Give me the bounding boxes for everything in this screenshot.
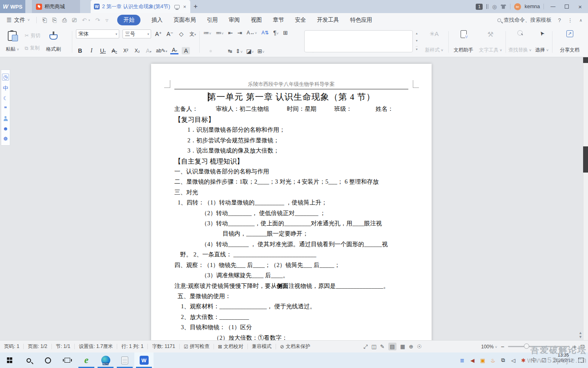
more-menu-icon[interactable]: ⋮ bbox=[568, 17, 573, 23]
layers-tray-icon[interactable]: ≣ bbox=[458, 357, 467, 364]
browser-360-button[interactable]: e bbox=[77, 352, 96, 368]
zoom-out-button[interactable]: − bbox=[501, 343, 505, 350]
menu-tab-页面布局[interactable]: 页面布局 bbox=[174, 16, 196, 24]
shading-button[interactable]: ◪˅ bbox=[246, 48, 254, 54]
decrease-indent-icon[interactable]: ⇤ bbox=[228, 29, 233, 36]
feedback-smiley-icon[interactable]: ☻ bbox=[3, 126, 9, 131]
fullscreen-view-icon[interactable]: ⤢ bbox=[363, 343, 368, 350]
new-style-button[interactable]: ✳A 新样式 ˅ bbox=[422, 30, 446, 54]
menu-tab-引用[interactable]: 引用 bbox=[207, 16, 218, 24]
member-center-icon[interactable]: ◎ bbox=[492, 4, 497, 10]
ime-zh-icon[interactable]: 中 bbox=[3, 85, 8, 91]
font-color-button[interactable]: A▾ bbox=[170, 47, 178, 54]
zoom-level[interactable]: 100% ˅ bbox=[481, 344, 497, 350]
wps-optimize-icon[interactable]: ◷ bbox=[2, 74, 9, 81]
doc-assistant-button[interactable]: 文档助手 bbox=[451, 30, 476, 54]
justify-button[interactable] bbox=[222, 50, 224, 52]
contact-person-icon[interactable] bbox=[3, 116, 8, 121]
align-center-button[interactable] bbox=[209, 50, 212, 52]
redo-icon[interactable]: ↷ bbox=[95, 17, 100, 23]
outline-view-icon[interactable]: ▦ bbox=[400, 343, 405, 350]
help-button[interactable]: ? bbox=[558, 17, 561, 23]
zoom-slider-thumb[interactable] bbox=[524, 343, 529, 349]
user-avatar[interactable]: ke bbox=[514, 3, 521, 10]
format-painter-button[interactable]: 格式刷 bbox=[45, 29, 62, 54]
menu-tab-开发工具[interactable]: 开发工具 bbox=[317, 16, 339, 24]
align-left-button[interactable] bbox=[203, 50, 206, 52]
minimize-button[interactable]: — bbox=[548, 4, 558, 9]
zoom-slider[interactable] bbox=[508, 346, 569, 347]
menu-tab-开始[interactable]: 开始 bbox=[117, 15, 140, 25]
numbering-icon[interactable]: ≕˅ bbox=[216, 29, 223, 36]
cortana-button[interactable] bbox=[38, 352, 58, 368]
print-preview-icon[interactable]: ⎚ bbox=[72, 17, 76, 24]
web-layout-icon[interactable]: ⊕ bbox=[409, 343, 413, 350]
menu-tab-审阅[interactable]: 审阅 bbox=[229, 16, 240, 24]
wps-taskbar-button[interactable]: W bbox=[134, 352, 154, 368]
scrollbar-up-button[interactable] bbox=[583, 57, 588, 63]
borders-button[interactable]: ⊞˅ bbox=[258, 48, 265, 54]
subscript-button[interactable]: X₂ bbox=[133, 48, 141, 54]
select-button[interactable]: ➤ 选择 ˅ bbox=[533, 30, 550, 54]
grow-font-button[interactable]: A⁺ bbox=[154, 31, 163, 37]
action-center-icon[interactable] bbox=[578, 358, 584, 363]
spark-tray-icon[interactable]: ✱ bbox=[519, 357, 528, 364]
fit-page-icon[interactable]: ⊡ bbox=[580, 343, 585, 350]
paragraph-mark-icon[interactable]: ¶˅ bbox=[273, 29, 278, 36]
message-count-badge[interactable]: 1 bbox=[476, 4, 483, 10]
increase-indent-icon[interactable]: ⇥ bbox=[237, 29, 242, 36]
edge-beta-button[interactable] bbox=[96, 352, 115, 368]
tab-docer-store[interactable]: 稻壳商城 bbox=[32, 0, 80, 13]
status-item-9[interactable]: 兼容模式 bbox=[252, 343, 272, 350]
superscript-button[interactable]: X² bbox=[122, 48, 130, 54]
underline-button[interactable]: U▾ bbox=[99, 47, 107, 54]
sync-check-icon[interactable]: ☑ bbox=[539, 357, 548, 364]
collapse-ribbon-icon[interactable]: ∧ bbox=[579, 18, 582, 22]
strikethrough-button[interactable]: A▾ bbox=[110, 47, 118, 54]
customize-quickbar-icon[interactable]: ▿ bbox=[105, 17, 108, 23]
undo-icon-dropdown[interactable]: ▾ bbox=[88, 18, 90, 22]
font-size-select[interactable]: 三号▾ bbox=[122, 29, 151, 38]
char-shading-button[interactable]: A bbox=[182, 47, 190, 54]
skin-theme-icon[interactable] bbox=[501, 4, 506, 9]
presentation-monitor-icon[interactable] bbox=[174, 5, 180, 9]
align-right-button[interactable] bbox=[216, 50, 218, 52]
line-spacing-button[interactable]: ⇕˅ bbox=[236, 48, 243, 54]
taskbar-search-button[interactable] bbox=[19, 352, 38, 368]
vertical-scrollbar[interactable] bbox=[583, 57, 588, 340]
print-icon[interactable]: ⎙ bbox=[62, 17, 67, 24]
font-name-select[interactable]: 宋体▾ bbox=[76, 29, 119, 38]
clear-format-icon[interactable]: ◇ bbox=[177, 31, 185, 37]
bullets-icon[interactable]: ≔˅ bbox=[203, 29, 211, 36]
read-layout-icon[interactable]: ◫ bbox=[371, 343, 376, 350]
status-item-10[interactable]: ⊘文档未保护 bbox=[280, 343, 310, 350]
styles-scroll-up-icon[interactable]: ▴ bbox=[416, 31, 417, 35]
previous-page-icon[interactable]: ▲ bbox=[579, 331, 582, 334]
audio-manager-icon[interactable]: ◀ bbox=[468, 357, 477, 364]
menu-tab-章节[interactable]: 章节 bbox=[273, 16, 284, 24]
sort-icon[interactable]: A⇅ bbox=[261, 30, 269, 36]
shrink-font-button[interactable]: A⁻ bbox=[166, 31, 174, 37]
status-item-5[interactable]: 行: 1 列: 1 bbox=[121, 343, 143, 350]
notepad-button[interactable] bbox=[115, 352, 134, 368]
bold-button[interactable]: B bbox=[76, 47, 84, 54]
paste-button[interactable]: 粘贴 ˅ bbox=[5, 29, 20, 54]
copy-button[interactable]: ⧉复制 bbox=[25, 45, 40, 52]
text-tools-button[interactable]: ⚒ 文字工具 ˅ bbox=[478, 30, 503, 54]
save-icon[interactable]: ⎗ bbox=[42, 17, 47, 24]
firewall-tray-icon[interactable]: ♨ bbox=[488, 357, 497, 364]
text-effects-button[interactable]: A▾ bbox=[145, 47, 153, 54]
undo-icon[interactable]: ↶ bbox=[82, 17, 87, 23]
menu-tab-特色应用[interactable]: 特色应用 bbox=[350, 16, 372, 24]
quote-icon[interactable]: ❞ bbox=[4, 106, 7, 111]
volume-icon[interactable]: ◁ bbox=[509, 357, 518, 364]
export-icon[interactable]: ⎘ bbox=[52, 17, 57, 24]
styles-gallery[interactable] bbox=[304, 30, 413, 52]
italic-button[interactable]: I bbox=[87, 47, 96, 54]
status-item-6[interactable]: 字数: 1171 bbox=[152, 343, 175, 350]
status-item-4[interactable]: 设置值: 1.7厘米 bbox=[79, 343, 113, 350]
tab-close-icon[interactable]: × bbox=[182, 4, 187, 10]
highlight-button[interactable]: ab✎▾ bbox=[156, 48, 167, 54]
close-button[interactable]: × bbox=[575, 3, 585, 10]
share-document-button[interactable]: ↗ 分享文档 bbox=[555, 30, 584, 54]
